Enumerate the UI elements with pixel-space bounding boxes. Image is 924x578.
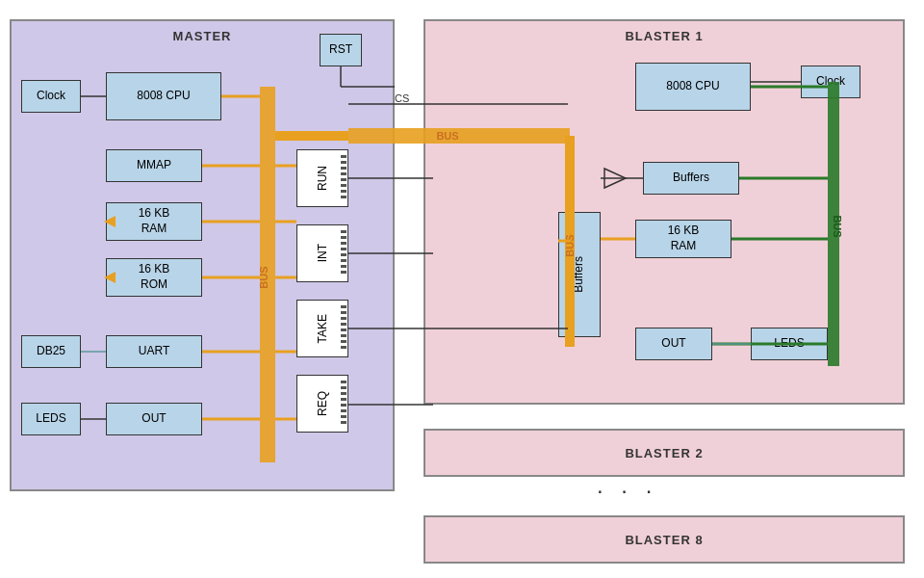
ellipsis: . . . <box>597 472 657 499</box>
blaster2-label: BLASTER 2 <box>625 446 703 460</box>
blaster-ram-box: 16 KB RAM <box>635 220 732 258</box>
run-block: RUN <box>296 149 348 207</box>
blaster-buffers-top-box: Buffers <box>643 162 739 195</box>
region-blaster8: BLASTER 8 <box>424 515 905 564</box>
take-block: TAKE <box>296 300 348 357</box>
db25-box: DB25 <box>21 335 81 368</box>
master-label: MASTER <box>173 29 232 43</box>
diagram: MASTER BLASTER 1 BLASTER 2 BLASTER 8 Clo… <box>0 0 924 578</box>
master-leds-box: LEDS <box>21 403 81 435</box>
rst-box: RST <box>320 34 362 66</box>
clock-box: Clock <box>21 80 81 113</box>
req-block: REQ <box>296 375 348 433</box>
uart-box: UART <box>106 335 202 368</box>
master-ram-box: 16 KB RAM <box>106 202 202 241</box>
int-block: INT <box>296 224 348 282</box>
blaster-leds-box: LEDS <box>751 328 828 360</box>
int-label: INT <box>316 244 329 262</box>
run-label: RUN <box>316 166 329 191</box>
blaster-out-box: OUT <box>635 328 712 360</box>
take-label: TAKE <box>316 314 329 343</box>
master-cpu-box: 8008 CPU <box>106 72 221 120</box>
blaster-cpu-box: 8008 CPU <box>635 63 751 111</box>
blaster-clock-box: Clock <box>801 66 860 98</box>
blaster-buffers-left-box: Buffers <box>558 212 601 337</box>
master-rom-box: 16 KB ROM <box>106 258 202 297</box>
blaster8-label: BLASTER 8 <box>625 533 703 547</box>
blaster1-label: BLASTER 1 <box>625 29 703 43</box>
mmap-box: MMAP <box>106 149 202 182</box>
svg-text:CS: CS <box>395 92 409 104</box>
req-label: REQ <box>316 391 329 416</box>
master-out-box: OUT <box>106 403 202 435</box>
region-blaster2: BLASTER 2 <box>424 429 905 477</box>
